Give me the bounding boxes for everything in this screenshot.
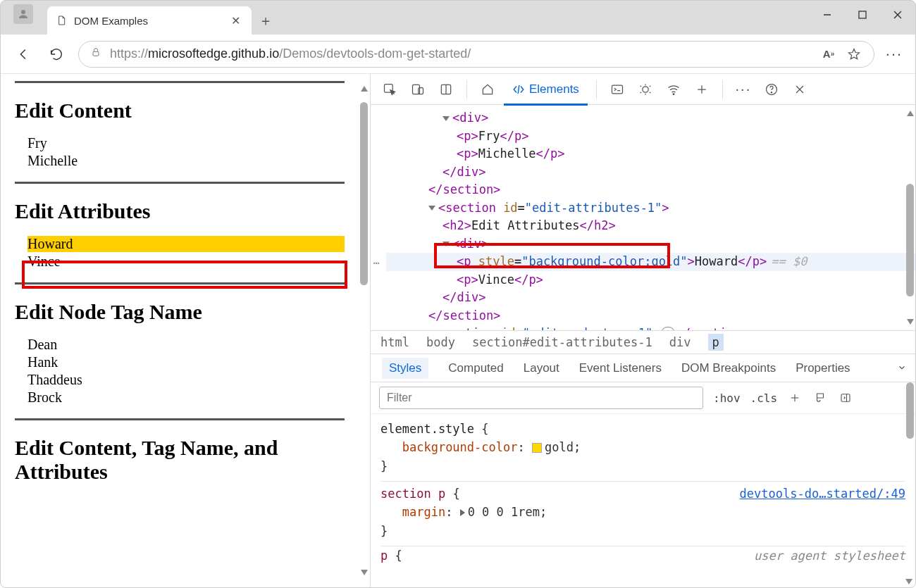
svg-point-17 — [771, 92, 772, 92]
lock-icon — [90, 46, 101, 61]
computed-tab[interactable]: Computed — [448, 361, 503, 375]
refresh-button[interactable] — [46, 44, 67, 65]
new-tab-button[interactable]: ＋ — [252, 6, 280, 35]
source-link[interactable]: devtools-do…started/:49 — [740, 484, 905, 503]
window-maximize-button[interactable] — [845, 1, 880, 29]
color-swatch-icon[interactable] — [532, 443, 542, 453]
list-item: Brock — [27, 389, 345, 406]
list-item: Michelle — [27, 153, 345, 169]
hov-toggle[interactable]: :hov — [713, 392, 741, 405]
inspect-element-icon[interactable] — [378, 77, 402, 101]
tab-close-icon[interactable]: ✕ — [228, 14, 243, 27]
breadcrumb-item[interactable]: body — [426, 335, 455, 349]
console-icon[interactable] — [605, 77, 629, 101]
chevron-down-icon[interactable] — [897, 363, 907, 373]
section-heading: Edit Node Tag Name — [15, 300, 345, 324]
paint-brush-icon[interactable] — [812, 390, 828, 406]
devtools-toolbar: Elements ··· — [371, 74, 915, 105]
scroll-down-icon[interactable] — [905, 579, 912, 584]
svg-rect-11 — [612, 85, 622, 94]
css-rule[interactable]: element.style { background-color: gold; … — [380, 417, 905, 482]
styles-filter-input[interactable] — [379, 387, 703, 409]
settings-menu-icon[interactable]: ··· — [731, 77, 755, 101]
scroll-thumb[interactable] — [906, 184, 914, 296]
section-heading: Edit Attributes — [15, 199, 345, 223]
page-scrollbar[interactable] — [360, 77, 368, 584]
more-menu-icon[interactable]: ··· — [886, 46, 903, 63]
cls-toggle[interactable]: .cls — [750, 392, 778, 405]
window-minimize-button[interactable] — [810, 1, 845, 29]
styles-filter-row: :hov .cls — [371, 382, 915, 414]
layout-tab[interactable]: Layout — [524, 361, 559, 375]
elements-tab[interactable]: Elements — [504, 78, 588, 101]
breadcrumb-item-selected[interactable]: p — [708, 334, 724, 351]
elements-tree[interactable]: <div> <p>Fry</p> <p>Michelle</p> </div> … — [371, 105, 915, 330]
list-item: Thaddeus — [27, 372, 345, 388]
scroll-down-icon[interactable] — [907, 319, 914, 325]
window-close-button[interactable] — [880, 1, 915, 29]
new-style-rule-icon[interactable] — [787, 390, 803, 406]
svg-point-13 — [673, 93, 674, 94]
network-conditions-icon[interactable] — [662, 77, 686, 101]
dom-breadcrumb[interactable]: html body section#edit-attributes-1 div … — [371, 330, 915, 354]
breadcrumb-item[interactable]: section#edit-attributes-1 — [472, 335, 652, 349]
issues-icon[interactable] — [633, 77, 657, 101]
expand-shorthand-icon[interactable] — [460, 509, 465, 516]
devtools-panel: Elements ··· <div> <p>Fry</p> <p>Michell… — [371, 74, 915, 587]
svg-rect-8 — [419, 87, 423, 94]
read-aloud-icon[interactable]: A» — [820, 46, 837, 63]
svg-point-0 — [21, 10, 25, 14]
url-text: https://microsoftedge.github.io/Demos/de… — [110, 46, 812, 61]
svg-point-12 — [643, 86, 648, 92]
list-item: Fry — [27, 135, 345, 151]
styles-subpanel-tabs: Styles Computed Layout Event Listeners D… — [371, 354, 915, 382]
svg-rect-5 — [93, 51, 99, 56]
back-button[interactable] — [13, 44, 35, 65]
welcome-tab-icon[interactable] — [476, 77, 500, 101]
dom-breakpoints-tab[interactable]: DOM Breakpoints — [681, 361, 776, 375]
list-item: Vince — [27, 254, 345, 270]
section-heading: Edit Content — [15, 99, 345, 123]
list-item: Dean — [27, 337, 345, 353]
section-heading: Edit Content, Tag Name, and Attributes — [15, 436, 345, 484]
css-rule[interactable]: devtools-do…started/:49 section p { marg… — [380, 482, 905, 546]
scroll-up-icon[interactable] — [361, 85, 368, 92]
tab-title: DOM Examples — [74, 15, 221, 27]
user-agent-stylesheet-label: user agent stylesheet — [754, 546, 905, 565]
document-icon — [56, 15, 67, 26]
profile-avatar[interactable] — [13, 4, 33, 24]
toggle-pane-icon[interactable] — [838, 390, 853, 406]
titlebar: DOM Examples ✕ ＋ — [1, 1, 915, 35]
close-devtools-icon[interactable] — [788, 77, 812, 101]
selected-element-line[interactable]: ⋯ <p style="background-color:gold">Howar… — [386, 253, 915, 271]
more-tabs-icon[interactable] — [690, 77, 714, 101]
css-rule[interactable]: user agent stylesheet p { — [380, 546, 905, 565]
breadcrumb-item[interactable]: html — [380, 335, 409, 349]
styles-rules: element.style { background-color: gold; … — [371, 414, 915, 587]
dock-icon[interactable] — [434, 77, 458, 101]
styles-scrollbar[interactable] — [906, 382, 914, 413]
device-toolbar-icon[interactable] — [406, 77, 430, 101]
list-item: Hank — [27, 354, 345, 370]
scroll-down-icon[interactable] — [361, 570, 368, 576]
scroll-thumb[interactable] — [360, 102, 368, 285]
help-icon[interactable] — [760, 77, 784, 101]
svg-rect-2 — [859, 11, 866, 18]
breadcrumb-item[interactable]: div — [669, 335, 691, 349]
scroll-up-icon[interactable] — [907, 111, 914, 116]
page-viewport: Edit Content Fry Michelle Edit Attribute… — [1, 74, 371, 587]
favorite-icon[interactable] — [846, 46, 862, 63]
event-listeners-tab[interactable]: Event Listeners — [579, 361, 662, 375]
styles-tab[interactable]: Styles — [382, 358, 428, 379]
tree-scrollbar[interactable] — [906, 106, 914, 329]
url-box[interactable]: https://microsoftedge.github.io/Demos/de… — [78, 41, 874, 68]
browser-tab[interactable]: DOM Examples ✕ — [47, 6, 252, 35]
address-bar: https://microsoftedge.github.io/Demos/de… — [1, 35, 915, 74]
list-item-highlighted: Howard — [27, 236, 345, 252]
properties-tab[interactable]: Properties — [796, 361, 850, 375]
